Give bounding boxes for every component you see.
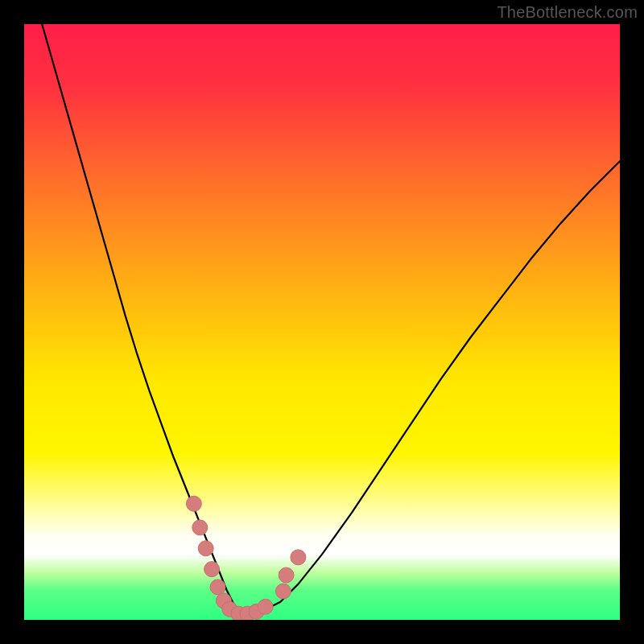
chart-frame: TheBottleneck.com <box>0 0 644 644</box>
marker-dot <box>192 520 208 535</box>
marker-dot <box>198 541 213 556</box>
marker-dot <box>291 550 306 565</box>
plot-area <box>24 24 620 620</box>
marker-dot <box>258 599 273 614</box>
gradient-bg <box>24 24 620 620</box>
marker-dot <box>279 568 294 583</box>
marker-dot <box>275 584 291 599</box>
marker-dot <box>204 562 220 577</box>
chart-svg <box>24 24 620 620</box>
attribution-watermark: TheBottleneck.com <box>497 3 638 22</box>
marker-dot <box>210 580 225 595</box>
marker-dot <box>186 496 201 511</box>
